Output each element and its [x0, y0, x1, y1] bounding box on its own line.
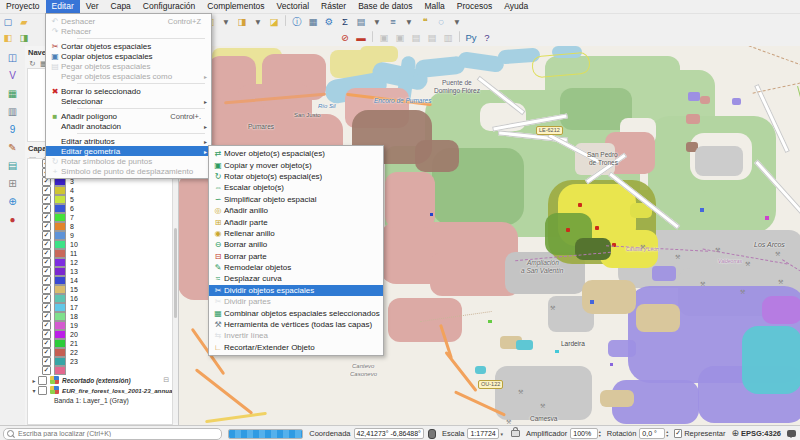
edit-menu-item[interactable]: Editar geometría ▸	[46, 146, 211, 156]
layer-checkbox[interactable]: ✓	[42, 231, 51, 240]
datasource-manager-icon[interactable]: ◫	[4, 49, 22, 65]
project-new-icon[interactable]: ▢	[0, 15, 16, 28]
layer-checkbox[interactable]: ✓	[42, 186, 51, 195]
layer-class-row[interactable]: ✓ 19	[28, 321, 172, 330]
layer-checkbox[interactable]: ✓	[42, 357, 51, 366]
edit-menu-item[interactable]: Añadir anotación ▸	[46, 121, 211, 131]
menubar-item[interactable]: Complementos	[201, 0, 270, 13]
layer-checkbox[interactable]: ✓	[42, 366, 51, 375]
attribute-table-icon[interactable]: ▦	[305, 15, 321, 28]
submenu-item[interactable]: ≈ Desplazar curva	[209, 273, 383, 284]
layer-class-row[interactable]: ✓ 18	[28, 312, 172, 321]
submenu-item[interactable]: ⇄ Mover objeto(s) espacial(es)	[209, 148, 383, 159]
copy-style-icon[interactable]: ▣	[376, 31, 392, 44]
submenu-item[interactable]: ⚒ Herramienta de vértices (todas las cap…	[209, 319, 383, 330]
python-console-icon[interactable]: Py	[463, 31, 479, 44]
layer-checkbox[interactable]: ✓	[42, 249, 51, 258]
coordinate-field[interactable]: 42,41273° -6,86488°	[354, 428, 424, 439]
crs-indicator[interactable]: EPSG:4326	[741, 429, 781, 438]
processing-toolbox-icon[interactable]: ⚙	[321, 15, 337, 28]
spinner-icons[interactable]: ▴▾	[599, 430, 601, 437]
dropdown-arrow-icon[interactable]: ▾	[401, 15, 417, 28]
paste-style-icon[interactable]: ▣	[392, 31, 408, 44]
layer-checkbox[interactable]: ✓	[42, 348, 51, 357]
menubar-item[interactable]: Procesos	[451, 0, 498, 13]
submenu-item[interactable]: ∟ Recortar/Extender Objeto	[209, 342, 383, 353]
layers-scrollbar[interactable]	[173, 158, 178, 423]
layer-checkbox[interactable]: ✓	[42, 312, 51, 321]
submenu-item[interactable]: ⊞ Añadir parte	[209, 216, 383, 227]
layer-class-row[interactable]: ✓ 20	[28, 330, 172, 339]
label-tool-icon[interactable]: ◪	[266, 15, 282, 28]
edit-menu-item[interactable]: Seleccionar ▸	[46, 96, 211, 106]
magnifier-field[interactable]: 100%	[570, 428, 597, 439]
scrollbar-thumb[interactable]	[174, 228, 177, 318]
layer-class-row[interactable]: ✓ 21	[28, 339, 172, 348]
remove-selection-icon[interactable]: ▬	[353, 31, 369, 44]
layer-class-row[interactable]: ✓ 14	[28, 276, 172, 285]
submenu-item[interactable]: ⊟ Borrar parte	[209, 251, 383, 262]
layer-class-row[interactable]: ✓ 8	[28, 222, 172, 231]
layer-class-row[interactable]: ✓ 12	[28, 258, 172, 267]
paste-layer-icon[interactable]: ▤	[424, 31, 440, 44]
layer-class-row[interactable]: ✓ 6	[28, 204, 172, 213]
wms-layer-icon[interactable]: ⊞	[4, 175, 22, 191]
submenu-item[interactable]: ◎ Añadir anillo	[209, 205, 383, 216]
layout-manager-icon[interactable]: ◨	[16, 31, 32, 44]
toolbar-separator[interactable]	[285, 15, 286, 26]
lock-scale-icon[interactable]	[511, 430, 520, 437]
new-vector-layer-icon[interactable]: V	[4, 67, 22, 83]
submenu-item[interactable]: ✎ Remodelar objetos	[209, 262, 383, 273]
locator-bar[interactable]	[3, 428, 222, 440]
menubar-item[interactable]: Ráster	[315, 0, 352, 13]
stop-edits-icon[interactable]: ⊘	[337, 31, 353, 44]
virtual-layer-icon[interactable]: ▤	[4, 157, 22, 173]
edit-menu-item[interactable]: ↶ Deshacer Control+Z	[46, 16, 211, 26]
submenu-item[interactable]: ⇆ Invertir línea	[209, 330, 383, 341]
edit-menu-item[interactable]: ✂ Cortar objetos espaciales	[46, 41, 211, 51]
menubar-item[interactable]: Malla	[419, 0, 451, 13]
layer-checkbox[interactable]: ✓	[42, 204, 51, 213]
pointcloud-layer-icon[interactable]: ●	[4, 211, 22, 227]
paste-group-icon[interactable]: ▥	[440, 31, 456, 44]
menubar-item[interactable]: Capa	[105, 0, 137, 13]
menubar-item[interactable]: Ver	[80, 0, 105, 13]
layer-checkbox[interactable]	[38, 376, 47, 385]
layer-checkbox[interactable]: ✓	[42, 222, 51, 231]
layer-checkbox[interactable]	[38, 386, 47, 395]
identify-features-icon[interactable]: ⓘ	[289, 15, 305, 28]
wfs-layer-icon[interactable]: ⊕	[4, 193, 22, 209]
toolbar-separator[interactable]	[459, 31, 460, 42]
browser-refresh-icon[interactable]: ↻	[27, 58, 38, 68]
layer-class-row[interactable]: ✓ 17	[28, 303, 172, 312]
edit-menu-item[interactable]: ↷ Rehacer	[46, 26, 211, 36]
layer-checkbox[interactable]: ✓	[42, 258, 51, 267]
layer-class-row[interactable]: ✓ 16	[28, 294, 172, 303]
submenu-item[interactable]: ▦ Combinar objetos espaciales selecciona…	[209, 307, 383, 318]
new-geopackage-icon[interactable]: 9	[4, 121, 22, 137]
submenu-item[interactable]: ✂ Dividir partes	[209, 296, 383, 307]
project-open-icon[interactable]: ▰	[16, 15, 32, 28]
menubar-item[interactable]: Editar	[46, 0, 80, 13]
layer-class-row[interactable]: ✓	[28, 366, 172, 375]
statistics-icon[interactable]: Σ	[337, 15, 353, 28]
edit-menu-item[interactable]: + Símbolo de punto de desplazamiento	[46, 166, 211, 176]
layer-class-row[interactable]: ✓ 13	[28, 267, 172, 276]
help-icon[interactable]: ?	[479, 31, 495, 44]
mouse-position-icon[interactable]	[428, 429, 436, 439]
locator-input[interactable]	[16, 429, 218, 438]
submenu-item[interactable]: ↻ Rotar objeto(s) espacial(es)	[209, 171, 383, 182]
submenu-item[interactable]: ▣ Copiar y mover objeto(s)	[209, 159, 383, 170]
expander-icon[interactable]: ▾	[30, 387, 38, 394]
edit-menu-item[interactable]: ■ Añadir polígono Control+.	[46, 111, 211, 121]
dropdown-arrow-icon[interactable]: ▾	[369, 15, 385, 28]
add-layer-dropdown[interactable]: ◨	[234, 15, 250, 28]
submenu-item[interactable]: ∽ Simplificar objeto espacial	[209, 194, 383, 205]
dropdown-arrow-icon[interactable]: ▾	[218, 15, 234, 28]
layer-checkbox[interactable]: ✓	[42, 267, 51, 276]
edit-menu-item[interactable]: ▤ Pegar objetos espaciales	[46, 61, 211, 71]
edit-menu-item[interactable]: ✖ Borrar lo seleccionado	[46, 86, 211, 96]
layer-checkbox[interactable]: ✓	[42, 321, 51, 330]
spinner-icons[interactable]: ▴▾	[666, 430, 668, 437]
layer-checkbox[interactable]: ✓	[42, 339, 51, 348]
